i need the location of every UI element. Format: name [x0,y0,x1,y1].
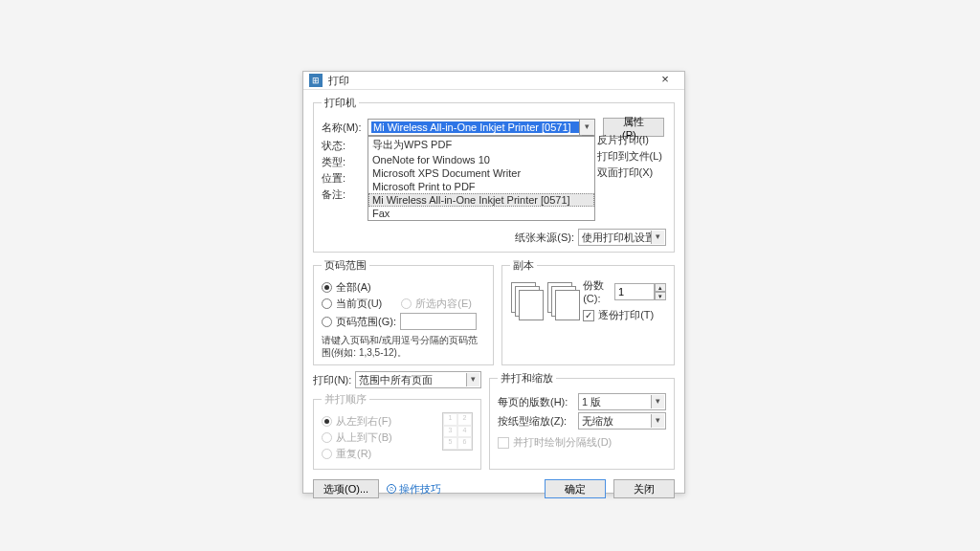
print-dialog: ⊞ 打印 × 打印机 名称(M): Mi Wireless All-in-One… [302,71,685,494]
scaling-group: 并打和缩放 每页的版数(H): 1 版▾ 按纸型缩放(Z): 无缩放▾ 并打时绘… [489,371,675,470]
scale-select[interactable]: 无缩放▾ [578,412,666,430]
copies-legend: 副本 [510,258,537,273]
radio-tb: 从上到下(B) [322,430,436,445]
printer-option[interactable]: Microsoft Print to PDF [368,180,594,193]
chevron-down-icon[interactable]: ▾ [651,414,664,428]
tips-link[interactable]: 操作技巧 [387,482,441,496]
printer-option[interactable]: Mi Wireless All-in-One Inkjet Printer [0… [368,193,594,207]
printer-legend: 打印机 [322,96,359,110]
printer-option[interactable]: 导出为WPS PDF [368,137,594,153]
app-icon: ⊞ [309,74,323,87]
page-range-group: 页码范围 全部(A) 当前页(U) 所选内容(E) 页码范围(G): 请键入页码… [313,258,494,365]
comment-label: 备注: [322,187,368,202]
ok-button[interactable]: 确定 [545,479,606,498]
name-label: 名称(M): [322,121,368,135]
type-label: 类型: [322,155,368,169]
titlebar: ⊞ 打印 × [303,72,684,90]
check-collate[interactable]: 逐份打印(T) [583,308,666,322]
collate-icon [546,281,575,320]
scaling-legend: 并打和缩放 [498,371,556,386]
page-range-legend: 页码范围 [322,258,369,273]
close-button[interactable]: 关闭 [613,479,675,498]
check-draw-lines: 并打时绘制分隔线(D) [498,435,666,450]
chevron-down-icon[interactable]: ▾ [651,395,664,408]
spin-buttons[interactable]: ▴▾ [655,283,666,300]
gear-icon [387,484,396,494]
radio-range[interactable]: 页码范围(G): [322,313,485,330]
radio-lr: 从左到右(F) [322,414,436,429]
chevron-down-icon[interactable]: ▾ [466,373,479,386]
scale-label: 按纸型缩放(Z): [498,414,574,429]
range-help: 请键入页码和/或用逗号分隔的页码范围(例如: 1,3,5-12)。 [322,334,485,359]
nup-preview: 123456 [442,412,473,451]
radio-repeat: 重复(R) [322,447,436,461]
options-button[interactable]: 选项(O)... [313,479,379,498]
printer-group: 打印机 名称(M): Mi Wireless All-in-One Inkjet… [313,96,675,253]
printer-option[interactable]: Microsoft XPS Document Writer [368,166,594,180]
copies-input[interactable] [614,283,655,300]
paper-source-select[interactable]: 使用打印机设置 ▾ [578,229,666,246]
printer-dropdown: 导出为WPS PDF OneNote for Windows 10 Micros… [368,136,595,221]
dialog-title: 打印 [328,74,652,88]
close-icon[interactable]: × [652,72,679,89]
print-what-select[interactable]: 范围中所有页面 ▾ [355,371,481,388]
radio-all[interactable]: 全部(A) [322,280,485,295]
printer-option[interactable]: OneNote for Windows 10 [368,153,594,166]
printer-selected: Mi Wireless All-in-One Inkjet Printer [0… [371,121,579,133]
order-legend: 并打顺序 [322,392,369,407]
status-label: 状态: [322,139,368,153]
copies-group: 副本 份数(C): ▴▾ 逐份打印(T) [501,258,675,365]
printer-select[interactable]: Mi Wireless All-in-One Inkjet Printer [0… [368,119,595,136]
range-input[interactable] [400,313,477,330]
collate-icon [510,281,539,320]
per-sheet-label: 每页的版数(H): [498,395,574,409]
location-label: 位置: [322,171,368,186]
radio-selection: 所选内容(E) [401,297,472,311]
order-group: 并打顺序 从左到右(F) 从上到下(B) 重复(R) 123456 [313,392,481,470]
paper-source-label: 纸张来源(S): [515,231,574,245]
chevron-down-icon[interactable]: ▾ [651,231,664,244]
print-what-label: 打印(N): [313,373,351,387]
radio-current[interactable]: 当前页(U) [322,297,382,311]
per-sheet-select[interactable]: 1 版▾ [578,393,666,410]
copies-label: 份数(C): [583,278,611,304]
printer-option[interactable]: Fax [368,207,594,220]
